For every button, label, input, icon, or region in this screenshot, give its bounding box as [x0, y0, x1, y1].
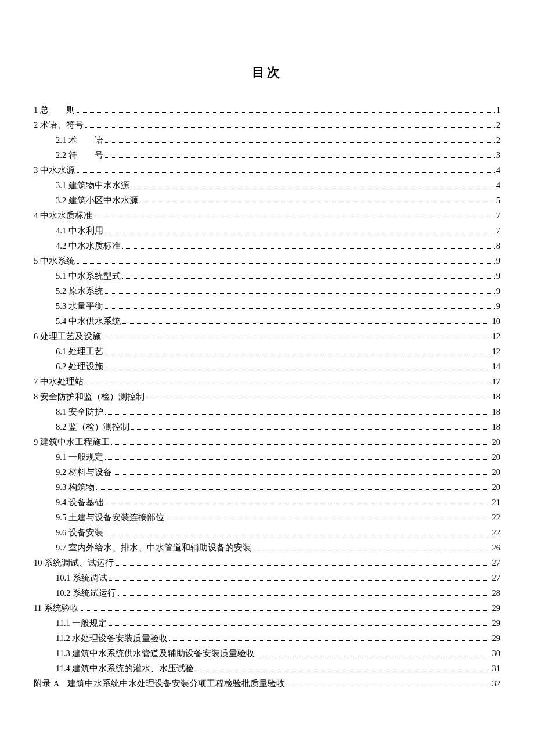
toc-leader-dots	[77, 172, 495, 173]
toc-entry[interactable]: 11.1 一般规定29	[34, 615, 500, 631]
toc-entry-label: 9.5 土建与设备安装连接部位	[56, 510, 164, 525]
toc-entry-page: 26	[492, 540, 501, 555]
toc-leader-dots	[85, 384, 490, 384]
toc-entry[interactable]: 3.1 建筑物中水水源4	[34, 178, 500, 193]
toc-entry[interactable]: 8 安全防护和监（检）测控制18	[34, 389, 500, 404]
toc-entry-label: 6.1 处理工艺	[56, 344, 103, 359]
toc-entry[interactable]: 10.2 系统试运行28	[34, 585, 500, 600]
toc-entry[interactable]: 5.3 水量平衡9	[34, 298, 500, 314]
toc-leader-dots	[105, 354, 490, 354]
toc-entry[interactable]: 2 术语、符号2	[34, 117, 500, 132]
toc-entry[interactable]: 6.1 处理工艺12	[34, 344, 500, 359]
toc-entry[interactable]: 11.2 水处理设备安装质量验收29	[34, 631, 500, 646]
toc-entry[interactable]: 7 中水处理站17	[34, 374, 500, 389]
toc-leader-dots	[109, 625, 490, 626]
toc-leader-dots	[77, 112, 495, 113]
toc-entry-label: 6.2 处理设施	[56, 359, 103, 374]
toc-entry[interactable]: 6 处理工艺及设施12	[34, 329, 500, 344]
toc-entry[interactable]: 4.1 中水利用7	[34, 223, 500, 238]
toc-entry-label: 9.7 室内外给水、排水、中水管道和辅助设备的安装	[56, 540, 251, 555]
toc-entry[interactable]: 3 中水水源4	[34, 163, 500, 178]
toc-entry[interactable]: 5 中水系统9	[34, 253, 500, 268]
toc-entry[interactable]: 9.2 材料与设备20	[34, 465, 500, 480]
toc-entry-page: 17	[492, 374, 501, 389]
toc-leader-dots	[257, 656, 490, 656]
toc-entry-label: 2.2 符 号	[56, 147, 103, 163]
toc-leader-dots	[196, 671, 490, 671]
toc-leader-dots	[105, 233, 495, 233]
toc-leader-dots	[131, 188, 495, 188]
toc-entry-page: 27	[492, 570, 501, 585]
toc-entry-label: 2 术语、符号	[34, 117, 84, 132]
toc-entry[interactable]: 10.1 系统调试27	[34, 570, 500, 585]
toc-entry-page: 31	[492, 661, 501, 676]
toc-entry-page: 12	[492, 344, 501, 359]
toc-leader-dots	[105, 459, 490, 460]
toc-entry-label: 9.4 设备基础	[56, 495, 103, 510]
toc-entry[interactable]: 1 总 则1	[34, 102, 500, 117]
toc-entry[interactable]: 11 系统验收29	[34, 600, 500, 615]
toc-entry[interactable]: 9.1 一般规定20	[34, 449, 500, 465]
toc-entry[interactable]: 9.3 构筑物20	[34, 480, 500, 495]
toc-entry[interactable]: 2.1 术 语2	[34, 132, 500, 147]
toc-leader-dots	[146, 399, 490, 399]
toc-leader-dots	[122, 248, 495, 249]
toc-entry-label: 8 安全防护和监（检）测控制	[34, 389, 145, 404]
toc-entry-page: 7	[496, 223, 500, 238]
toc-entry-page: 29	[492, 600, 501, 615]
toc-entry[interactable]: 5.4 中水供水系统10	[34, 314, 500, 329]
toc-entry[interactable]: 9.4 设备基础21	[34, 495, 500, 510]
toc-entry[interactable]: 11.4 建筑中水系统的灌水、水压试验31	[34, 661, 500, 676]
toc-entry[interactable]: 4.2 中水水质标准8	[34, 238, 500, 253]
toc-entry-page: 4	[496, 163, 500, 178]
toc-entry[interactable]: 9 建筑中水工程施工20	[34, 434, 500, 449]
toc-leader-dots	[81, 610, 490, 611]
toc-entry-page: 27	[492, 555, 501, 570]
toc-entry-label: 9.1 一般规定	[56, 449, 103, 465]
toc-entry-page: 9	[496, 283, 500, 298]
toc-entry[interactable]: 9.5 土建与设备安装连接部位22	[34, 510, 500, 525]
toc-entry[interactable]: 9.6 设备安装22	[34, 525, 500, 540]
toc-entry[interactable]: 9.7 室内外给水、排水、中水管道和辅助设备的安装26	[34, 540, 500, 555]
toc-leader-dots	[114, 474, 490, 475]
toc-leader-dots	[105, 293, 495, 294]
toc-entry-page: 20	[492, 465, 501, 480]
toc-entry-label: 11.4 建筑中水系统的灌水、水压试验	[56, 661, 194, 676]
toc-entry-label: 9.6 设备安装	[56, 525, 103, 540]
toc-entry[interactable]: 11.3 建筑中水系统供水管道及辅助设备安装质量验收30	[34, 646, 500, 661]
toc-entry[interactable]: 8.2 监（检）测控制18	[34, 419, 500, 434]
toc-entry-label: 5.2 原水系统	[56, 283, 103, 298]
toc-entry[interactable]: 5.1 中水系统型式9	[34, 268, 500, 283]
toc-entry-label: 10 系统调试、试运行	[34, 555, 114, 570]
toc-entry[interactable]: 2.2 符 号3	[34, 147, 500, 163]
toc-leader-dots	[105, 505, 490, 505]
toc-entry-label: 9 建筑中水工程施工	[34, 434, 110, 449]
toc-leader-dots	[94, 218, 495, 218]
toc-entry[interactable]: 5.2 原水系统9	[34, 283, 500, 298]
toc-entry-label: 2.1 术 语	[56, 132, 103, 147]
toc-entry-page: 9	[496, 268, 500, 283]
toc-entry[interactable]: 8.1 安全防护18	[34, 404, 500, 419]
toc-entry-label: 11.1 一般规定	[56, 615, 107, 631]
toc-entry[interactable]: 3.2 建筑小区中水水源5	[34, 193, 500, 208]
toc-entry[interactable]: 4 中水水质标准7	[34, 208, 500, 223]
toc-entry-page: 8	[496, 238, 500, 253]
toc-entry[interactable]: 6.2 处理设施14	[34, 359, 500, 374]
toc-leader-dots	[105, 308, 495, 309]
toc-entry-page: 14	[492, 359, 501, 374]
toc-title: 目次	[34, 64, 500, 81]
toc-leader-dots	[131, 429, 490, 430]
toc-entry[interactable]: 10 系统调试、试运行27	[34, 555, 500, 570]
toc-entry-label: 4 中水水质标准	[34, 208, 92, 223]
toc-entry-label: 11.3 建筑中水系统供水管道及辅助设备安装质量验收	[56, 646, 255, 661]
toc-entry[interactable]: 附录 A 建筑中水系统中水处理设备安装分项工程检验批质量验收32	[34, 676, 500, 691]
toc-leader-dots	[105, 535, 490, 535]
toc-leader-dots	[287, 686, 490, 686]
toc-entry-label: 4.2 中水水质标准	[56, 238, 121, 253]
toc-entry-page: 10	[492, 314, 501, 329]
toc-entry-label: 9.2 材料与设备	[56, 465, 112, 480]
toc-leader-dots	[105, 142, 495, 143]
toc-entry-page: 2	[496, 132, 500, 147]
toc-entry-page: 29	[492, 631, 501, 646]
toc-entry-page: 5	[496, 193, 500, 208]
